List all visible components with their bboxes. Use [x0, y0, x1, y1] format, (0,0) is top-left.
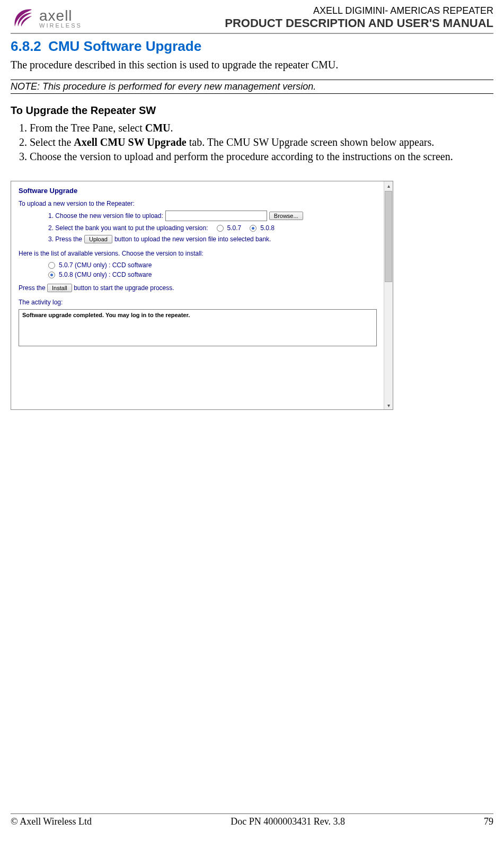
- install-line: Press the Install button to start the up…: [19, 284, 385, 292]
- footer-page-number: 79: [484, 816, 493, 827]
- bank-radio-507[interactable]: [217, 225, 224, 232]
- sw-heading: Software Upgrade: [19, 187, 385, 195]
- sw-step-2: 2. Select the bank you want to put the u…: [48, 224, 385, 232]
- logo: axell WIRELESS: [11, 5, 82, 31]
- sw-intro: To upload a new version to the Repeater:: [19, 200, 385, 207]
- vertical-scrollbar[interactable]: ▴ ▾: [384, 181, 393, 409]
- file-upload-input[interactable]: [165, 211, 267, 221]
- browse-button[interactable]: Browse...: [269, 212, 303, 220]
- activity-log-message: Software upgrade completed. You may log …: [22, 312, 190, 318]
- section-title: CMU Software Upgrade: [48, 38, 201, 54]
- sw-step-1: 1. Choose the new version file to upload…: [48, 211, 385, 221]
- version-list-intro: Here is the list of available versions. …: [19, 250, 385, 257]
- software-upgrade-screenshot: Software Upgrade To upload a new version…: [11, 181, 393, 410]
- footer-doc-id: Doc PN 4000003431 Rev. 3.8: [231, 816, 345, 827]
- footer-copyright: © Axell Wireless Ltd: [11, 816, 92, 827]
- logo-subtext: WIRELESS: [39, 22, 82, 29]
- header-doc-title: PRODUCT DESCRIPTION AND USER'S MANUAL: [225, 16, 493, 30]
- version-option-1: 5.0.7 (CMU only) : CCD software: [48, 261, 385, 269]
- header-product-line: AXELL DIGIMINI- AMERICAS REPEATER: [225, 5, 493, 16]
- version-radio-508[interactable]: [48, 272, 55, 278]
- section-heading-row: 6.8.2 CMU Software Upgrade: [11, 38, 493, 55]
- install-button[interactable]: Install: [47, 284, 72, 292]
- version-radio-507[interactable]: [48, 262, 55, 269]
- activity-log-box: Software upgrade completed. You may log …: [19, 309, 377, 346]
- procedure-steps: From the Tree Pane, select CMU. Select t…: [11, 122, 493, 165]
- sw-step-3: 3. Press the Upload button to upload the…: [48, 235, 385, 243]
- bank-radio-508[interactable]: [250, 225, 257, 232]
- scroll-thumb[interactable]: [385, 191, 392, 282]
- section-intro: The procedure described in this section …: [11, 59, 493, 71]
- scroll-up-icon[interactable]: ▴: [384, 181, 393, 190]
- step-2: Select the Axell CMU SW Upgrade tab. The…: [30, 136, 493, 148]
- step-1: From the Tree Pane, select CMU.: [30, 122, 493, 134]
- sub-heading: To Upgrade the Repeater SW: [11, 104, 493, 117]
- section-number: 6.8.2: [11, 38, 41, 54]
- scroll-down-icon[interactable]: ▾: [384, 401, 393, 409]
- note-box: NOTE: This procedure is performed for ev…: [11, 80, 493, 94]
- step-3: Choose the version to upload and perform…: [30, 151, 493, 163]
- activity-log-label: The activity log:: [19, 299, 385, 306]
- page-header: axell WIRELESS AXELL DIGIMINI- AMERICAS …: [11, 5, 493, 34]
- version-option-2: 5.0.8 (CMU only) : CCD software: [48, 271, 385, 278]
- page-footer: © Axell Wireless Ltd Doc PN 4000003431 R…: [11, 813, 493, 827]
- upload-button[interactable]: Upload: [84, 235, 112, 243]
- axell-logo-icon: [11, 5, 36, 31]
